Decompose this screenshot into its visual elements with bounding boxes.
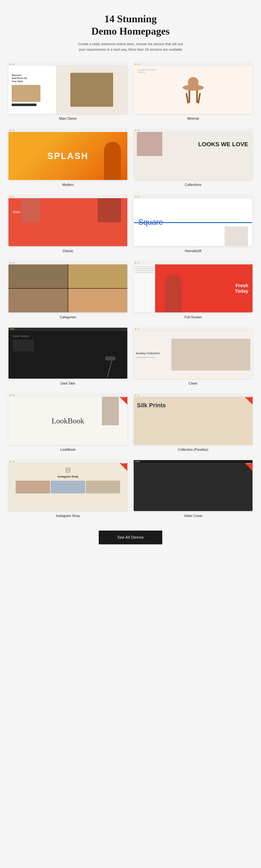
demo-item-instagram[interactable]: NEW Instagram Shop Ins (8, 460, 127, 518)
demo-item-lookbook[interactable]: NEW LookBook LookBook (8, 394, 127, 452)
minimal-sub-label: Minimal (138, 71, 156, 73)
demo-label-minimal: Minimal (187, 117, 199, 121)
bd-r8 (10, 329, 11, 330)
bd-g9 (138, 329, 139, 330)
bd-g13 (138, 461, 139, 462)
demo-thumb-categories[interactable] (8, 261, 127, 312)
instagram-shop-text: Instagram Shop (58, 475, 78, 478)
main-person (70, 73, 113, 107)
demo-label-collections: Collections (185, 183, 201, 187)
demo-thumb-main[interactable]: DiscoverAnd Dress UpYour Style (8, 63, 127, 114)
demo-item-collections[interactable]: LOOKS WE LOVE Collections (134, 129, 253, 187)
demo-item-collection-parallax[interactable]: NEW Silk Prints Collection (Parallax) (134, 394, 253, 452)
browser-bar-parallax (134, 394, 253, 397)
browser-bar-fullscreen (134, 261, 253, 265)
main-discover-text: DiscoverAnd Dress UpYour Style (12, 74, 53, 83)
demo-item-categories[interactable]: Categories (8, 261, 127, 319)
clean-text-area: Sunday Collection (134, 331, 169, 379)
browser-bar-homegift (134, 195, 252, 198)
bd-y8 (11, 329, 12, 330)
collections-model (137, 129, 162, 156)
bd-g2 (13, 130, 14, 131)
demo-thumb-instagram[interactable]: NEW Instagram Shop (8, 460, 127, 511)
demo-thumb-classic[interactable]: Made For You (8, 195, 127, 246)
bd-r4 (10, 196, 11, 197)
fs-model (165, 274, 182, 312)
demo-thumb-fullscreen[interactable]: FreshToday (134, 261, 253, 312)
main-right-panel (56, 66, 127, 114)
svg-point-7 (67, 469, 69, 471)
demo-thumb-clean[interactable]: Sunday Collection (134, 328, 253, 379)
fs-line4 (135, 272, 154, 273)
demo-label-homegift: Home&Gift (185, 249, 201, 253)
shelter-text: Small Shelter (13, 335, 29, 338)
bd-g5 (139, 196, 140, 197)
demo-label-categories: Categories (60, 315, 76, 319)
demo-item-homegift[interactable]: Square Home&Gift (134, 195, 253, 253)
demo-item-videocover[interactable]: NEW Cruise 2019 Video Cover (134, 460, 253, 518)
bd-r13 (135, 461, 136, 462)
svg-point-8 (69, 469, 69, 469)
bd-r12 (10, 461, 11, 462)
clean-bed-area (169, 331, 253, 379)
lookbook-text: LookBook (51, 416, 84, 425)
svg-rect-1 (188, 77, 198, 88)
demo-item-minimal[interactable]: Create Your Own Minimal (134, 63, 253, 121)
classic-person2 (21, 195, 40, 222)
svg-rect-4 (185, 93, 189, 104)
demo-thumb-lookbook[interactable]: NEW LookBook (8, 394, 127, 445)
minimal-create-label: Create Your Own (138, 68, 156, 71)
classic-person (98, 195, 121, 222)
demo-label-fullscreen: Full Screen (185, 315, 202, 319)
browser-bar-video (134, 460, 253, 463)
bd-y10 (11, 395, 12, 396)
svg-rect-5 (197, 93, 201, 104)
browser-bar-collections (134, 129, 253, 132)
browser-bar-darkskin (8, 328, 127, 331)
bd-r6 (10, 262, 11, 264)
bd-y4 (11, 196, 12, 197)
insta-cell-2 (51, 481, 85, 493)
fs-main: FreshToday (155, 265, 253, 312)
instagram-icon (66, 468, 71, 474)
demo-thumb-minimal[interactable]: Create Your Own Minimal (134, 63, 253, 114)
cat-cell-4 (68, 289, 127, 312)
demo-label-clean: Clean (189, 381, 198, 385)
demo-label-videocover: Video Cover (184, 514, 202, 518)
demo-thumb-collection-parallax[interactable]: NEW Silk Prints (134, 394, 253, 445)
demo-item-clean[interactable]: Sunday Collection Clean (134, 328, 253, 385)
demo-thumb-homegift[interactable]: Square (134, 195, 253, 246)
sunday-text: Sunday Collection (136, 351, 167, 355)
demo-thumb-collections[interactable]: LOOKS WE LOVE (134, 129, 253, 180)
bd-g11 (138, 395, 139, 396)
fs-sidebar (134, 265, 155, 312)
demo-item-fullscreen[interactable]: FreshToday Full Screen (134, 261, 253, 319)
browser-bar-instagram (8, 460, 127, 463)
bd-r10 (10, 395, 11, 396)
bd-g (138, 64, 139, 65)
header-section: 14 StunningDemo Homepages Create a reall… (8, 13, 253, 52)
browser-bar-classic (8, 195, 127, 198)
bd-y7 (137, 262, 138, 264)
demo-item-darkskin[interactable]: Small Shelter Dark Skin (8, 328, 127, 385)
clean-bed (172, 339, 251, 371)
demo-item-modern[interactable]: SPLASH Modern (8, 129, 127, 187)
splash-text: SPLASH (47, 151, 88, 161)
square-text: Square (138, 218, 163, 227)
bd-g4 (13, 196, 14, 197)
demo-thumb-modern[interactable]: SPLASH (8, 129, 127, 180)
demo-item-main-demo[interactable]: DiscoverAnd Dress UpYour Style Main Demo (8, 63, 127, 121)
main-shop-btn (12, 103, 36, 106)
demo-label-modern: Modern (62, 183, 74, 187)
demo-item-classic[interactable]: Made For You Classic (8, 195, 127, 253)
see-all-button[interactable]: See All Demos (99, 531, 162, 545)
clean-inner: Sunday Collection (134, 331, 253, 379)
demos-grid: DiscoverAnd Dress UpYour Style Main Demo (8, 63, 253, 518)
bd-y11 (137, 395, 138, 396)
svg-rect-2 (189, 90, 190, 103)
demo-label-parallax: Collection (Parallax) (178, 448, 208, 452)
demo-thumb-darkskin[interactable]: Small Shelter (8, 328, 127, 379)
bd-r7 (135, 262, 136, 264)
demo-thumb-videocover[interactable]: NEW Cruise 2019 (134, 460, 253, 511)
bd-y6 (11, 262, 12, 264)
